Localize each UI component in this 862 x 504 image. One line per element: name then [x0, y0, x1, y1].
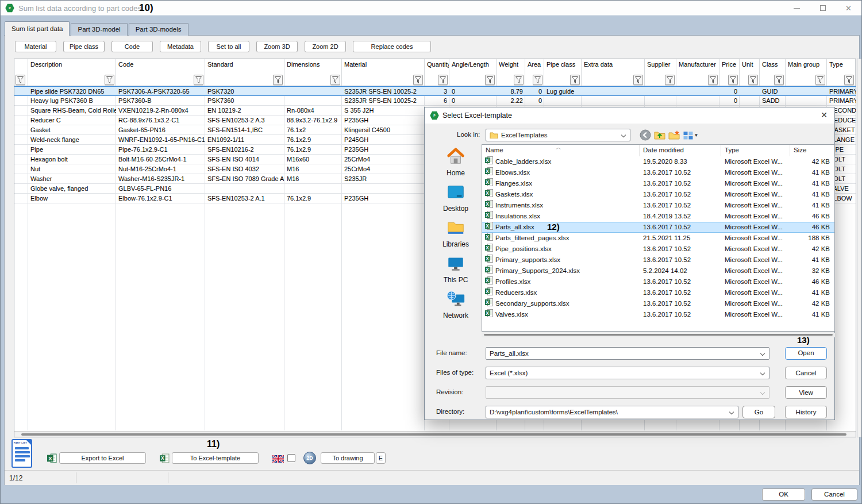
pipe-class-button[interactable]: Pipe class [63, 41, 105, 52]
file-list-item[interactable]: XParts_all.xlsx12)13.6.2017 10.52Microso… [482, 222, 834, 233]
filter-icon[interactable] [748, 75, 758, 85]
filter-cell[interactable] [760, 74, 786, 86]
zoom-3d-button[interactable]: Zoom 3D [256, 41, 298, 52]
back-icon[interactable] [639, 129, 652, 141]
filter-cell[interactable] [544, 74, 582, 86]
file-list-item[interactable]: XGaskets.xlsx13.6.2017 10.52Microsoft Ex… [482, 189, 834, 200]
maximize-button[interactable] [810, 1, 836, 16]
table-horizontal-scrollbar[interactable] [14, 431, 856, 437]
file-list-item[interactable]: XSecondary_supports.xlsx13.6.2017 10.52M… [482, 298, 834, 309]
filter-cell[interactable] [497, 74, 525, 86]
file-list-item[interactable]: XInsulations.xlsx18.4.2019 13.52Microsof… [482, 211, 834, 222]
history-button[interactable]: History [785, 406, 827, 418]
column-header-main-group[interactable]: Main group [786, 59, 827, 74]
filter-cell[interactable] [284, 74, 342, 86]
filter-icon[interactable] [16, 75, 25, 85]
filter-cell[interactable] [205, 74, 284, 86]
column-header-dimensions[interactable]: Dimensions [284, 59, 342, 74]
sidebar-item-this-pc[interactable]: This PC [430, 253, 481, 284]
filter-cell[interactable] [645, 74, 676, 86]
column-header-price[interactable]: Price [719, 59, 740, 74]
filter-cell[interactable] [719, 74, 740, 86]
look-in-combobox[interactable]: ExcelTemplates [486, 129, 630, 141]
table-row[interactable]: Heavy lug PSK7360 BPSK7360-BPSK7360S235J… [14, 96, 856, 106]
file-list-item[interactable]: XInstruments.xlsx13.6.2017 10.52Microsof… [482, 200, 834, 211]
filter-cell[interactable] [525, 74, 544, 86]
column-header-extra-data[interactable]: Extra data [582, 59, 645, 74]
language-checkbox[interactable] [287, 454, 295, 462]
tab-part-3d-models[interactable]: Part 3D-models [129, 23, 188, 36]
dialog-cancel-button[interactable]: Cancel [785, 367, 827, 379]
tab-part-3d-model[interactable]: Part 3D-model [71, 23, 127, 36]
new-folder-icon[interactable] [668, 129, 680, 141]
up-one-level-icon[interactable] [653, 129, 666, 141]
column-header-quantity[interactable]: Quantity [425, 59, 449, 74]
filter-icon[interactable] [633, 75, 643, 85]
go-button[interactable]: Go [742, 406, 775, 418]
filter-icon[interactable] [330, 75, 340, 85]
replace-codes-button[interactable]: Replace codes [353, 41, 431, 52]
file-list-header-type[interactable]: Type [721, 145, 790, 156]
to-excel-template-button[interactable]: To Excel-template [172, 452, 259, 464]
file-list-item[interactable]: XFlanges.xlsx13.6.2017 10.52Microsoft Ex… [482, 178, 834, 189]
filter-icon[interactable] [570, 75, 580, 85]
filter-cell[interactable] [676, 74, 719, 86]
file-list-item[interactable]: XCable_ladders.xlsx19.5.2020 8.33Microso… [482, 156, 834, 167]
directory-combobox[interactable]: D:\vxg4plant\custom\forms\ExcelTemplates… [486, 406, 738, 418]
e-button[interactable]: E [376, 452, 386, 464]
file-list-item[interactable]: XPrimary_Supports_2024.xlsx5.2.2024 14.0… [482, 266, 834, 276]
file-name-combobox[interactable]: Parts_all.xlsx [486, 347, 769, 360]
file-list-header-name[interactable]: Name︿ [482, 145, 640, 156]
column-header-supplier[interactable]: Supplier [645, 59, 676, 74]
column-header-description[interactable]: Description [28, 59, 116, 74]
column-header-type[interactable]: Type [827, 59, 856, 74]
column-header-angle-length[interactable]: Angle/Length [449, 59, 497, 74]
dialog-close-icon[interactable]: ✕ [821, 110, 828, 120]
material-button[interactable]: Material [15, 41, 56, 52]
sidebar-item-network[interactable]: Network [430, 289, 481, 320]
filter-icon[interactable] [485, 75, 495, 85]
file-list-item[interactable]: XReducers.xlsx13.6.2017 10.52Microsoft E… [482, 287, 834, 298]
filter-icon[interactable] [533, 75, 542, 85]
ok-button[interactable]: OK [762, 488, 805, 501]
file-list-header-date-modified[interactable]: Date modified [640, 145, 721, 156]
sidebar-item-home[interactable]: Home [430, 147, 481, 177]
table-vertical-scrollbar[interactable] [857, 59, 862, 437]
file-list-item[interactable]: XValves.xlsx13.6.2017 10.52Microsoft Exc… [482, 309, 834, 320]
column-header-unit[interactable]: Unit [740, 59, 760, 74]
export-to-excel-button[interactable]: Export to Excel [59, 452, 146, 464]
filter-icon[interactable] [774, 75, 784, 85]
filter-icon[interactable] [273, 75, 283, 85]
table-row[interactable]: Pipe slide PSK7320 DN65PSK7306-A-PSK7320… [14, 86, 856, 96]
file-list-horizontal-scrollbar[interactable] [482, 333, 835, 337]
file-list-item[interactable]: XParts_filtered_pages.xlsx21.5.2021 11.2… [482, 233, 834, 244]
filter-icon[interactable] [514, 75, 524, 85]
filter-cell[interactable] [14, 74, 28, 86]
filter-cell[interactable] [786, 74, 827, 86]
set-to-all-button[interactable]: Set to all [208, 41, 249, 52]
file-list[interactable]: Name︿Date modifiedTypeSizeXCable_ladders… [482, 144, 835, 332]
filter-icon[interactable] [105, 75, 114, 85]
filter-cell[interactable] [425, 74, 449, 86]
file-list-item[interactable]: XPipe_positions.xlsx13.6.2017 10.52Micro… [482, 244, 834, 255]
filter-icon[interactable] [728, 75, 738, 85]
filter-cell[interactable] [342, 74, 425, 86]
column-header-material[interactable]: Material [342, 59, 425, 74]
filter-icon[interactable] [665, 75, 675, 85]
code-button[interactable]: Code [111, 41, 153, 52]
footer-cancel-button[interactable]: Cancel [811, 488, 857, 501]
view-button[interactable]: View [785, 386, 827, 399]
file-list-item[interactable]: XPrimary_supports.xlsx13.6.2017 10.52Mic… [482, 255, 834, 266]
column-header-pipe-class[interactable]: Pipe class [544, 59, 582, 74]
column-header-manufacturer[interactable]: Manufacturer [676, 59, 719, 74]
filter-cell[interactable] [116, 74, 205, 86]
metadata-button[interactable]: Metadata [160, 41, 201, 52]
filter-icon[interactable] [815, 75, 825, 85]
filter-cell[interactable] [827, 74, 856, 86]
file-list-header-size[interactable]: Size [790, 145, 834, 156]
sidebar-item-libraries[interactable]: Libraries [430, 218, 481, 248]
filter-cell[interactable] [28, 74, 116, 86]
column-header-code[interactable]: Code [116, 59, 205, 74]
filter-cell[interactable] [582, 74, 645, 86]
sidebar-item-desktop[interactable]: Desktop [430, 182, 481, 213]
